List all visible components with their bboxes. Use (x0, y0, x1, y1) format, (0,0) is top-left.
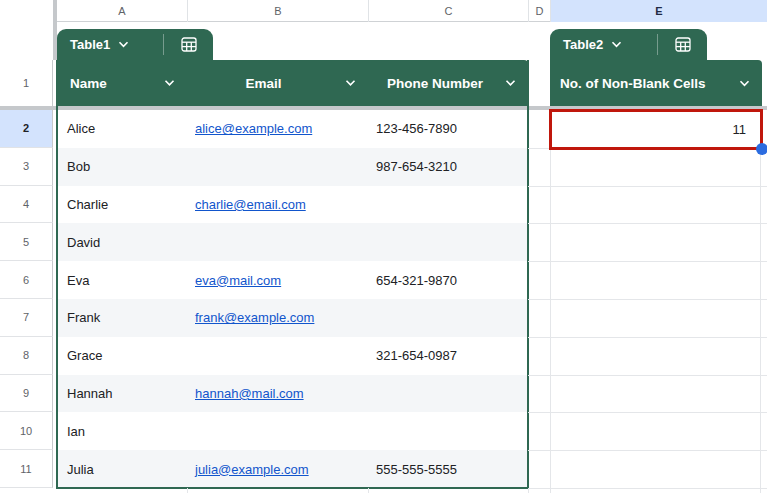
table-row: Hannah hannah@mail.com (57, 375, 528, 413)
column-header-e-selected[interactable]: E (550, 0, 767, 22)
header-cell-phone[interactable]: Phone Number (368, 60, 528, 106)
email-link[interactable]: charlie@email.com (195, 197, 306, 212)
gridline (528, 488, 767, 489)
table-row: Bob 987-654-3210 (57, 148, 528, 186)
cell-c2[interactable]: 123-456-7890 (368, 110, 528, 148)
gridline (550, 110, 551, 493)
cell-c9[interactable] (368, 375, 528, 413)
email-link[interactable]: alice@example.com (195, 121, 312, 136)
gridline (528, 488, 529, 493)
cell-b3[interactable] (187, 148, 368, 186)
table-icon (181, 37, 197, 52)
cell-a4[interactable]: Charlie (57, 186, 187, 224)
gridline (368, 488, 369, 493)
table1-options-button[interactable] (164, 29, 213, 60)
row-header-9[interactable]: 9 (0, 375, 53, 413)
cell-a9[interactable]: Hannah (57, 375, 187, 413)
header-cell-email[interactable]: Email (187, 60, 368, 106)
cell-a5[interactable]: David (57, 223, 187, 261)
row-header-1[interactable]: 1 (0, 60, 53, 106)
cell-c11[interactable]: 555-555-5555 (368, 450, 528, 488)
table-row: Grace 321-654-0987 (57, 337, 528, 375)
email-link[interactable]: eva@mail.com (195, 273, 281, 288)
row-header-6[interactable]: 6 (0, 261, 53, 299)
header-cell-name[interactable]: Name (57, 60, 187, 106)
cell-a7[interactable]: Frank (57, 299, 187, 337)
fill-handle[interactable] (756, 143, 767, 155)
row-header-4[interactable]: 4 (0, 186, 53, 224)
table-row: Charlie charlie@email.com (57, 186, 528, 224)
email-link[interactable]: julia@example.com (195, 462, 309, 477)
cell-b4[interactable]: charlie@email.com (187, 186, 368, 224)
gridline (528, 375, 767, 376)
row-header-11[interactable]: 11 (0, 450, 53, 488)
row-header-8[interactable]: 8 (0, 337, 53, 375)
cell-b11[interactable]: julia@example.com (187, 450, 368, 488)
table1-chip-label: Table1 (70, 37, 110, 52)
table2-header-cell[interactable]: No. of Non-Blank Cells (550, 60, 762, 106)
row-header-3[interactable]: 3 (0, 148, 53, 186)
email-link[interactable]: frank@example.com (195, 310, 314, 325)
select-all-corner[interactable] (0, 0, 53, 22)
table2-chip-label: Table2 (563, 37, 603, 52)
row-header-2-selected[interactable]: 2 (0, 110, 53, 148)
row-header-10[interactable]: 10 (0, 412, 53, 450)
chevron-down-icon (118, 41, 129, 48)
cell-e2-selected[interactable]: 11 (549, 109, 763, 150)
gridline (528, 412, 767, 413)
table-icon (675, 37, 691, 52)
cell-a3[interactable]: Bob (57, 148, 187, 186)
table1-chip-menu[interactable]: Table1 (57, 29, 163, 60)
cell-c3[interactable]: 987-654-3210 (368, 148, 528, 186)
gridline (528, 186, 767, 187)
gridline (528, 337, 767, 338)
chevron-down-icon (164, 80, 175, 87)
column-header-d[interactable]: D (528, 0, 550, 22)
cell-c8[interactable]: 321-654-0987 (368, 337, 528, 375)
cell-a2[interactable]: Alice (57, 110, 187, 148)
cell-b5[interactable] (187, 223, 368, 261)
table-row: Frank frank@example.com (57, 299, 528, 337)
nonblank-column-menu[interactable] (739, 80, 750, 87)
cell-a8[interactable]: Grace (57, 337, 187, 375)
table1-chip: Table1 (57, 29, 213, 60)
column-header-c[interactable]: C (368, 0, 528, 22)
table2-options-button[interactable] (658, 29, 707, 60)
chevron-down-icon (345, 80, 356, 87)
cell-a11[interactable]: Julia (57, 450, 187, 488)
column-header-b[interactable]: B (187, 0, 368, 22)
chevron-down-icon (611, 41, 622, 48)
cell-c7[interactable] (368, 299, 528, 337)
cell-a6[interactable]: Eva (57, 261, 187, 299)
gridline (528, 261, 767, 262)
cell-b2[interactable]: alice@example.com (187, 110, 368, 148)
nonblank-count-value: 11 (733, 122, 747, 137)
name-column-menu[interactable] (164, 80, 175, 87)
cell-b7[interactable]: frank@example.com (187, 299, 368, 337)
cell-b6[interactable]: eva@mail.com (187, 261, 368, 299)
email-column-menu[interactable] (345, 80, 356, 87)
cell-c6[interactable]: 654-321-9870 (368, 261, 528, 299)
cell-b9[interactable]: hannah@mail.com (187, 375, 368, 413)
cell-a10[interactable]: Ian (57, 412, 187, 450)
cell-b8[interactable] (187, 337, 368, 375)
table1-header-row: Name Email Phone Number (57, 60, 528, 106)
chevron-down-icon (505, 80, 516, 87)
row-header-5[interactable]: 5 (0, 223, 53, 261)
phone-column-menu[interactable] (505, 80, 516, 87)
table-row: Julia julia@example.com 555-555-5555 (57, 450, 528, 488)
row-header-7[interactable]: 7 (0, 299, 53, 337)
cell-c5[interactable] (368, 223, 528, 261)
table2-chip: Table2 (550, 29, 707, 60)
cell-c4[interactable] (368, 186, 528, 224)
table1-bottom-border (56, 487, 529, 489)
email-link[interactable]: hannah@mail.com (195, 386, 304, 401)
table1-left-border (56, 60, 58, 488)
header-label-email: Email (245, 76, 281, 91)
gridline (760, 150, 761, 493)
header-label-phone: Phone Number (387, 76, 483, 91)
table2-chip-menu[interactable]: Table2 (550, 29, 657, 60)
cell-b10[interactable] (187, 412, 368, 450)
cell-c10[interactable] (368, 412, 528, 450)
column-header-a[interactable]: A (57, 0, 187, 22)
